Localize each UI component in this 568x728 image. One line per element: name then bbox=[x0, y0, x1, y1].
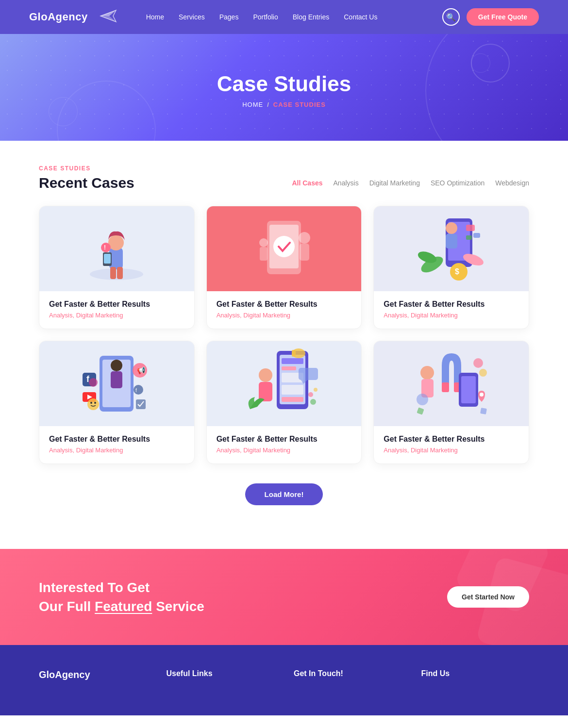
breadcrumb-home[interactable]: HOME bbox=[242, 101, 263, 108]
card-body-4: Get Faster & Better Results Analysis, Di… bbox=[39, 426, 194, 463]
card-tags-3: Analysis, Digital Marketing bbox=[384, 312, 519, 319]
load-more-button[interactable]: Load More! bbox=[245, 483, 323, 505]
nav-portfolio[interactable]: Portfolio bbox=[253, 13, 278, 21]
svg-point-39 bbox=[111, 360, 122, 371]
filter-analysis[interactable]: Analysis bbox=[334, 177, 359, 189]
card-body-6: Get Faster & Better Results Analysis, Di… bbox=[374, 426, 529, 463]
svg-rect-54 bbox=[282, 397, 303, 402]
nav-home[interactable]: Home bbox=[146, 13, 164, 21]
svg-text:f: f bbox=[135, 388, 137, 393]
card-image-6 bbox=[374, 341, 529, 426]
nav-links: Home Services Pages Portfolio Blog Entri… bbox=[146, 13, 442, 21]
hero-circle-2 bbox=[471, 53, 490, 73]
card-body-2: Get Faster & Better Results Analysis, Di… bbox=[207, 291, 362, 329]
footer-find-us-title: Find Us bbox=[421, 669, 530, 678]
svg-point-43 bbox=[89, 378, 98, 387]
footer-get-in-touch-title: Get In Touch! bbox=[294, 669, 402, 678]
footer-links-col: Useful Links bbox=[167, 669, 275, 686]
svg-rect-27 bbox=[446, 234, 457, 248]
hero-title: Case Studies bbox=[217, 72, 351, 96]
cta-featured: Featured bbox=[95, 599, 152, 614]
filter-all[interactable]: All Cases bbox=[292, 177, 322, 189]
cards-grid: ! Get Faster & Better Results Analysis, … bbox=[39, 206, 529, 464]
footer-brand-col: GloAgency bbox=[39, 669, 147, 686]
svg-point-26 bbox=[446, 222, 457, 234]
filter-webdesign[interactable]: Webdesign bbox=[495, 177, 529, 189]
footer-find-us-col: Find Us bbox=[421, 669, 530, 686]
illustration-3: $ bbox=[403, 211, 500, 286]
card-body-3: Get Faster & Better Results Analysis, Di… bbox=[374, 291, 529, 329]
case-card-4[interactable]: f 📢 f bbox=[39, 341, 195, 464]
case-card-3[interactable]: $ Get Faster & Better Results Analysis, bbox=[373, 206, 529, 329]
svg-point-44 bbox=[87, 398, 99, 410]
card-body-1: Get Faster & Better Results Analysis, Di… bbox=[39, 291, 194, 329]
search-button[interactable]: 🔍 bbox=[442, 8, 460, 26]
svg-rect-29 bbox=[473, 233, 480, 238]
card-title-6: Get Faster & Better Results bbox=[384, 435, 519, 444]
svg-rect-51 bbox=[282, 366, 296, 370]
card-title-1: Get Faster & Better Results bbox=[49, 300, 184, 309]
section-title: Recent Cases bbox=[39, 175, 134, 191]
breadcrumb: HOME / CASE STUDIES bbox=[242, 101, 326, 108]
nav-logo: GloAgency bbox=[29, 11, 88, 23]
svg-point-73 bbox=[480, 393, 484, 397]
cta-button[interactable]: Get Started Now bbox=[447, 586, 529, 608]
card-tags-4: Analysis, Digital Marketing bbox=[49, 447, 184, 454]
svg-rect-11 bbox=[117, 267, 123, 279]
card-image-2 bbox=[207, 206, 362, 291]
svg-point-46 bbox=[94, 402, 96, 404]
svg-point-63 bbox=[310, 399, 316, 405]
case-card-2[interactable]: Get Faster & Better Results Analysis, Di… bbox=[206, 206, 362, 329]
case-card-6[interactable]: Get Faster & Better Results Analysis, Di… bbox=[373, 341, 529, 464]
cta-line2-start: Our Full bbox=[39, 599, 95, 614]
card-body-5: Get Faster & Better Results Analysis, Di… bbox=[207, 426, 362, 463]
load-more-section: Load More! bbox=[39, 483, 529, 505]
hero-circle-3 bbox=[49, 97, 78, 126]
nav-pages[interactable]: Pages bbox=[219, 13, 239, 21]
svg-rect-53 bbox=[282, 385, 303, 395]
footer: GloAgency Useful Links Get In Touch! Fin… bbox=[0, 645, 568, 715]
illustration-1: ! bbox=[73, 211, 160, 286]
card-title-5: Get Faster & Better Results bbox=[217, 435, 352, 444]
svg-point-71 bbox=[479, 369, 487, 377]
card-title-4: Get Faster & Better Results bbox=[49, 435, 184, 444]
section-label: CASE STUDIES bbox=[39, 165, 529, 172]
svg-point-14 bbox=[273, 236, 295, 257]
search-icon: 🔍 bbox=[446, 13, 456, 22]
svg-point-41 bbox=[134, 385, 143, 395]
logo-icon bbox=[100, 9, 117, 25]
svg-rect-58 bbox=[292, 350, 296, 357]
filter-seo[interactable]: SEO Optimization bbox=[431, 177, 484, 189]
nav-blog[interactable]: Blog Entries bbox=[293, 13, 329, 21]
svg-rect-10 bbox=[110, 267, 116, 279]
nav-contact[interactable]: Contact Us bbox=[344, 13, 377, 21]
svg-point-61 bbox=[308, 392, 313, 397]
quote-button[interactable]: Get Free Quote bbox=[467, 8, 539, 26]
case-card-5[interactable]: Get Faster & Better Results Analysis, Di… bbox=[206, 341, 362, 464]
card-title-3: Get Faster & Better Results bbox=[384, 300, 519, 309]
navbar: GloAgency Home Services Pages Portfolio … bbox=[0, 0, 568, 34]
svg-point-68 bbox=[420, 366, 434, 380]
cta-text: Interested To Get Our Full Featured Serv… bbox=[39, 578, 204, 616]
svg-text:$: $ bbox=[455, 267, 459, 276]
illustration-6 bbox=[403, 346, 500, 421]
filter-tabs: All Cases Analysis Digital Marketing SEO… bbox=[292, 177, 529, 189]
case-card-1[interactable]: ! Get Faster & Better Results Analysis, … bbox=[39, 206, 195, 329]
footer-useful-links-title: Useful Links bbox=[167, 669, 275, 678]
nav-actions: 🔍 Get Free Quote bbox=[442, 8, 539, 26]
svg-point-62 bbox=[314, 388, 317, 392]
hero-banner: Case Studies HOME / CASE STUDIES bbox=[0, 34, 568, 141]
breadcrumb-sep: / bbox=[267, 101, 269, 108]
filter-digital[interactable]: Digital Marketing bbox=[369, 177, 420, 189]
svg-point-8 bbox=[101, 243, 111, 252]
svg-rect-75 bbox=[480, 408, 487, 414]
card-tags-5: Analysis, Digital Marketing bbox=[217, 447, 352, 454]
illustration-2 bbox=[240, 211, 328, 286]
cta-title-line2: Our Full Featured Service bbox=[39, 597, 204, 616]
svg-rect-64 bbox=[442, 382, 449, 392]
card-image-1: ! bbox=[39, 206, 194, 291]
footer-contact-col: Get In Touch! bbox=[294, 669, 402, 686]
cta-banner: Interested To Get Our Full Featured Serv… bbox=[0, 549, 568, 645]
svg-text:📢: 📢 bbox=[137, 366, 146, 375]
nav-services[interactable]: Services bbox=[179, 13, 205, 21]
